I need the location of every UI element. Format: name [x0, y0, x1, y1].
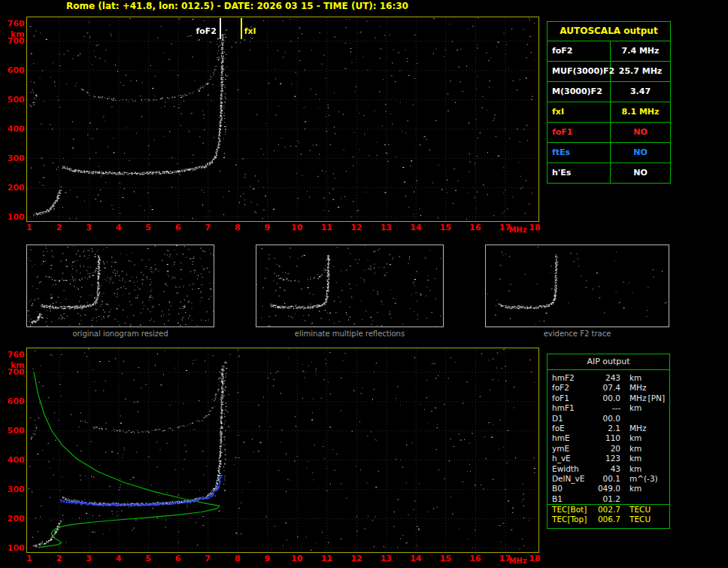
aip-row-ymE: ymE20km [548, 444, 669, 454]
x-axis-tick-9: 9 [260, 554, 274, 563]
aip-param-value: 01.2 [595, 494, 620, 504]
aip-row-DelN_vE: DelN_vE00.1m^(-3) [548, 474, 669, 484]
x-axis-tick-13: 13 [379, 223, 393, 232]
aip-row-hmF2: hmF2243km [548, 373, 669, 383]
x-axis-tick-16: 16 [469, 554, 482, 563]
y-axis-tick-600: 600 [5, 396, 25, 406]
aip-param-unit: TECU [620, 515, 651, 524]
x-axis-tick-15: 15 [438, 554, 452, 563]
autoscala-table-title: AUTOSCALA output [548, 22, 670, 41]
aip-row-hmF1: hmF1---km [548, 403, 669, 413]
profile-canvas [27, 348, 537, 551]
aip-row-foF1: foF100.0MHz[PN] [548, 393, 669, 403]
autoscala-row-MUF(3000)F2: MUF(3000)F225.7 MHz [548, 62, 670, 82]
x-axis-tick-10: 10 [290, 554, 304, 563]
y-axis-tick-100: 100 [5, 543, 25, 553]
x-axis-tick-11: 11 [320, 554, 333, 563]
thumbnail-caption-original: original ionogram resized [26, 330, 214, 338]
x-axis-tick-8: 8 [231, 223, 244, 232]
x-axis-tick-5: 5 [141, 554, 155, 563]
aip-param-unit: km [620, 454, 642, 463]
x-axis-tick-18: 18 [528, 554, 541, 563]
x-axis-tick-9: 9 [260, 223, 274, 232]
thumbnail-caption-f2: evidence F2 trace [485, 330, 669, 338]
x-axis-tick-5: 5 [141, 223, 155, 232]
aip-param-label: ymE [552, 444, 595, 454]
aip-param-value: 07.4 [595, 383, 620, 393]
autoscala-table-rows: foF27.4 MHzMUF(3000)F225.7 MHzM(3000)F23… [548, 41, 670, 183]
aip-param-value: 43 [595, 464, 620, 474]
autoscala-param-value: 7.4 MHz [611, 41, 670, 61]
fof2-label: foF2 [190, 26, 217, 36]
x-axis-tick-2: 2 [53, 223, 66, 232]
x-axis-tick-16: 16 [469, 223, 482, 232]
x-axis-tick-12: 12 [350, 554, 363, 563]
x-axis-tick-14: 14 [409, 223, 423, 232]
autoscala-param-label: MUF(3000)F2 [548, 62, 611, 81]
y-axis-tick-300: 300 [5, 484, 25, 494]
aip-param-label: TEC[Bot] [552, 505, 595, 515]
page-title: Rome (lat: +41.8, lon: 012.5) - DATE: 20… [66, 1, 408, 11]
thumbnail-caption-eliminate: eliminate multiple reflections [256, 330, 444, 338]
autoscala-row-fxI: fxI8.1 MHz [548, 102, 670, 123]
x-axis-tick-10: 10 [290, 223, 304, 232]
autoscala-param-label: foF2 [548, 41, 611, 61]
aip-param-value: 00.1 [595, 474, 620, 484]
aip-param-unit: m^(-3) [620, 474, 658, 484]
x-axis-tick-4: 4 [112, 223, 126, 232]
thumbnail-eliminate-canvas [256, 245, 443, 327]
aip-param-label: hmF1 [552, 403, 595, 413]
aip-param-note: [PN] [646, 393, 665, 403]
aip-param-unit: km [620, 433, 642, 443]
x-axis-tick-12: 12 [350, 223, 363, 232]
aip-table-title: AIP output [548, 354, 669, 370]
x-axis-tick-3: 3 [82, 223, 96, 232]
aip-row-h_vE: h_vE123km [548, 454, 669, 463]
y-axis-tick-200: 200 [5, 514, 25, 524]
ionogram-canvas [27, 17, 537, 220]
aip-param-label: D1 [552, 414, 595, 424]
aip-row-TEC[Bot]: TEC[Bot]002.7TECU [548, 504, 669, 515]
y-axis-tick-500: 500 [5, 95, 25, 105]
aip-row-Ewidth: Ewidth43km [548, 464, 669, 474]
x-axis-unit: MHz [508, 226, 526, 234]
aip-row-TEC[Top]: TEC[Top]006.7TECU [548, 515, 669, 524]
ionogram-plot: foF2 fxI [26, 17, 539, 222]
x-axis-tick-6: 6 [171, 223, 185, 232]
autoscala-param-value: 3.47 [611, 82, 670, 102]
aip-param-value: 002.7 [595, 505, 620, 515]
autoscala-param-label: foF1 [548, 123, 611, 142]
x-axis-tick-6: 6 [171, 554, 185, 563]
aip-table-rows: hmF2243kmfoF207.4MHzfoF100.0MHz[PN]hmF1-… [548, 373, 669, 525]
y-axis-tick-760: 760 [5, 19, 25, 29]
autoscala-param-value: NO [611, 163, 670, 183]
aip-param-value: --- [595, 403, 620, 413]
y-axis-tick-760: 760 [5, 350, 25, 360]
thumbnail-eliminate-reflections [256, 245, 444, 327]
autoscala-param-value: 25.7 MHz [611, 62, 670, 81]
autoscala-row-foF2: foF27.4 MHz [548, 41, 670, 62]
aip-param-label: h_vE [552, 454, 595, 463]
x-axis-tick-11: 11 [320, 223, 333, 232]
y-axis-tick-500: 500 [5, 426, 25, 436]
autoscala-param-value: 8.1 MHz [611, 102, 670, 122]
x-axis-unit: MHz [508, 557, 526, 565]
x-axis-tick-7: 7 [201, 223, 214, 232]
aip-param-value: 243 [595, 373, 620, 383]
aip-param-value: 110 [595, 433, 620, 443]
x-axis-tick-3: 3 [82, 554, 96, 563]
aip-param-unit: km [620, 484, 642, 494]
fof2-marker-line [220, 18, 221, 39]
aip-param-value: 00.0 [595, 393, 620, 403]
thumbnail-original-ionogram [26, 245, 214, 327]
autoscala-row-foF1: foF1NO [548, 123, 670, 143]
aip-param-label: B1 [552, 494, 595, 504]
aip-param-unit: km [620, 403, 642, 413]
autoscala-param-value: NO [611, 123, 670, 142]
aip-param-unit [620, 494, 629, 504]
aip-param-value: 2.1 [595, 424, 620, 433]
thumbnail-f2-trace [485, 245, 669, 327]
aip-param-value: 049.0 [595, 484, 620, 494]
aip-row-foE: foE2.1MHz [548, 424, 669, 433]
x-axis-tick-13: 13 [379, 554, 393, 563]
